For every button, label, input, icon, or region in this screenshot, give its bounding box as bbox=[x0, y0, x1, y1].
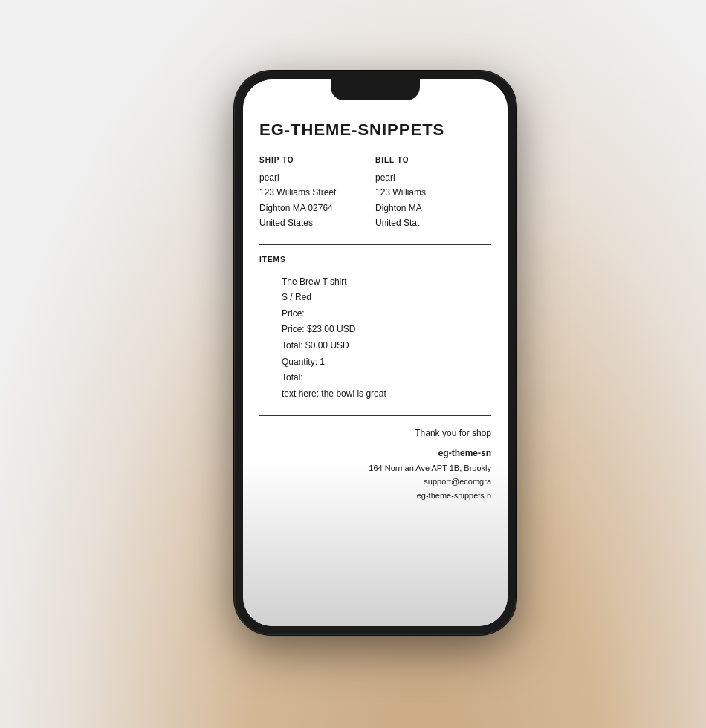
bill-to-street: 123 Williams bbox=[375, 185, 491, 200]
phone-screen: EG-THEME-SNIPPETS SHIP TO pearl 123 Will… bbox=[243, 79, 508, 626]
bill-to-country: United Stat bbox=[375, 215, 491, 230]
item-quantity: Quantity: 1 bbox=[282, 354, 491, 371]
item-price-value: Price: $23.00 USD bbox=[282, 322, 491, 338]
footer-email: support@ecomgra bbox=[259, 475, 491, 489]
footer-website: eg-theme-snippets.n bbox=[259, 489, 491, 503]
footer-store-name: eg-theme-sn bbox=[259, 446, 491, 461]
item-note: text here: the bowl is great bbox=[282, 386, 491, 403]
ship-to-name: pearl bbox=[259, 170, 375, 185]
item-total-label: Total: bbox=[282, 370, 491, 386]
item-price-label: Price: bbox=[282, 306, 491, 322]
bill-to-label: BILL TO bbox=[375, 156, 491, 164]
item-block: The Brew T shirt S / Red Price: Price: $… bbox=[259, 274, 491, 403]
bill-to-city: Dighton MA bbox=[375, 201, 491, 215]
ship-to-street: 123 Williams Street bbox=[259, 185, 375, 200]
ship-to-city: Dighton MA 02764 bbox=[259, 201, 375, 215]
address-section: SHIP TO pearl 123 Williams Street Dighto… bbox=[259, 156, 491, 231]
items-label: ITEMS bbox=[259, 256, 491, 264]
thank-you-text: Thank you for shop bbox=[259, 428, 491, 438]
ship-to-column: SHIP TO pearl 123 Williams Street Dighto… bbox=[259, 156, 375, 231]
item-total-zero: Total: $0.00 USD bbox=[282, 338, 491, 354]
bottom-divider bbox=[259, 415, 491, 416]
store-name: EG-THEME-SNIPPETS bbox=[259, 120, 491, 140]
top-divider bbox=[259, 244, 491, 245]
item-name: The Brew T shirt bbox=[282, 274, 491, 290]
screen-content: EG-THEME-SNIPPETS SHIP TO pearl 123 Will… bbox=[243, 79, 508, 626]
phone-notch bbox=[331, 79, 420, 100]
ship-to-country: United States bbox=[259, 215, 375, 230]
footer-section: Thank you for shop eg-theme-sn 164 Norma… bbox=[259, 428, 491, 502]
item-variant: S / Red bbox=[282, 290, 491, 306]
bill-to-column: BILL TO pearl 123 Williams Dighton MA Un… bbox=[375, 156, 491, 231]
footer-address: 164 Norman Ave APT 1B, Brookly bbox=[259, 461, 491, 475]
bill-to-name: pearl bbox=[375, 170, 491, 185]
phone-device: EG-THEME-SNIPPETS SHIP TO pearl 123 Will… bbox=[234, 71, 516, 635]
ship-to-label: SHIP TO bbox=[259, 156, 375, 164]
